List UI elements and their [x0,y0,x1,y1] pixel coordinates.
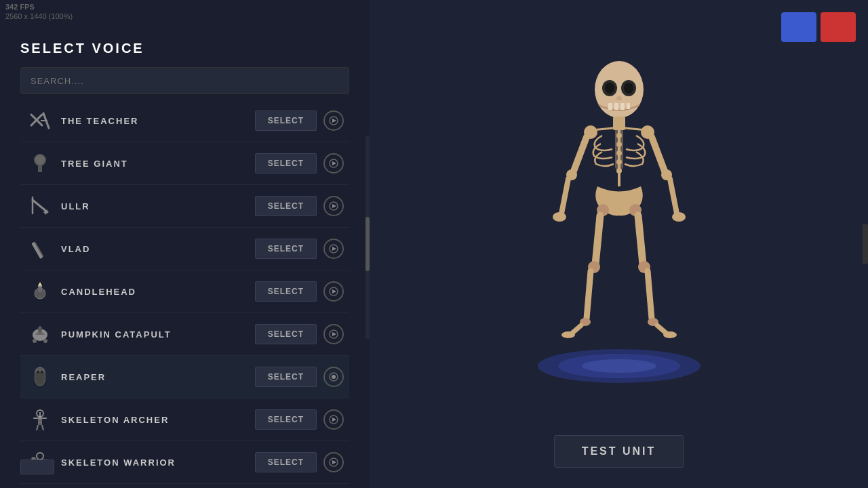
svg-marker-44 [332,418,336,422]
svg-rect-67 [620,103,625,110]
voice-item-swordcaster[interactable]: SWORDCASTER SELECT [20,484,349,486]
svg-line-42 [42,425,43,430]
panel-title: SELECT VOICE [20,41,349,56]
bottom-btn-area [20,458,54,474]
voice-item-skeleton-archer[interactable]: SKELETON ARCHER SELECT [20,399,349,441]
svg-point-28 [33,339,37,343]
voice-item-reaper[interactable]: REAPER SELECT [20,356,349,399]
voice-icon-ullr [26,192,54,220]
select-button-vlad[interactable]: SELECT [255,239,317,259]
svg-point-59 [595,61,644,118]
svg-marker-31 [332,332,336,336]
bottom-action-button[interactable] [20,460,54,474]
voice-name-candlehead: CANDLEHEAD [61,287,255,297]
svg-line-41 [37,425,38,430]
select-button-reaper[interactable]: SELECT [255,367,317,387]
color-swatches [781,12,856,42]
voice-icon-pumpkin-catapult [26,320,54,348]
svg-point-79 [553,212,566,222]
svg-line-11 [33,200,47,212]
svg-rect-66 [614,103,618,110]
svg-point-62 [605,83,614,94]
right-panel: TEST UNIT [370,0,868,488]
search-container[interactable] [20,67,349,94]
skeleton-character [524,54,714,393]
select-button-pumpkin-catapult[interactable]: SELECT [255,324,317,344]
voice-icon-tree-giant [26,149,54,178]
play-button-pumpkin-catapult[interactable] [323,324,344,344]
svg-marker-15 [332,204,336,208]
svg-point-36 [332,375,336,379]
voice-item-ullr[interactable]: ULLR SELECT [20,185,349,228]
svg-point-81 [672,212,686,222]
play-button-tree-giant[interactable] [323,153,344,174]
svg-rect-68 [627,103,630,109]
voice-name-tree-giant: TREE GIANT [61,159,255,169]
play-button-skeleton-archer[interactable] [323,409,344,430]
left-panel: SELECT VOICE THE TEACHER SELECT [0,0,370,488]
svg-marker-10 [332,161,336,165]
svg-marker-52 [332,460,336,464]
svg-point-34 [41,371,43,373]
select-button-skeleton-archer[interactable]: SELECT [255,409,317,430]
color-swatch-blue[interactable] [781,12,816,42]
color-swatch-red[interactable] [821,12,856,42]
voice-name-skeleton-warrior: SKELETON WARRIOR [61,458,255,468]
select-button-tree-giant[interactable]: SELECT [255,153,317,174]
select-button-ullr[interactable]: SELECT [255,196,317,216]
svg-marker-19 [332,247,336,251]
select-button-the-teacher[interactable]: SELECT [255,110,317,131]
play-button-skeleton-warrior[interactable] [323,452,344,472]
voice-item-skeleton-warrior[interactable]: SKELETON WARRIOR SELECT [20,441,349,484]
voice-icon-vlad [26,235,54,263]
voice-item-vlad[interactable]: VLAD SELECT [20,228,349,270]
voice-name-ullr: ULLR [61,201,255,211]
voice-icon-candlehead [26,277,54,306]
play-button-reaper[interactable] [323,367,344,387]
svg-point-63 [624,83,633,94]
svg-rect-75 [615,129,623,169]
svg-point-86 [561,331,575,338]
right-edge-scrollbar [863,224,868,264]
svg-point-89 [663,331,677,338]
svg-point-92 [582,359,656,373]
select-button-skeleton-warrior[interactable]: SELECT [255,452,317,472]
svg-point-8 [35,155,45,165]
voice-item-pumpkin-catapult[interactable]: PUMPKIN CATAPULT SELECT [20,313,349,356]
voice-icon-reaper [26,363,54,391]
play-button-the-teacher[interactable] [323,110,344,131]
voice-icon-the-teacher [26,106,54,135]
voice-name-pumpkin-catapult: PUMPKIN CATAPULT [61,329,255,340]
svg-marker-25 [332,289,336,293]
svg-rect-65 [608,103,612,110]
voice-item-the-teacher[interactable]: THE TEACHER SELECT [20,100,349,142]
svg-point-33 [37,371,39,373]
play-button-ullr[interactable] [323,196,344,216]
test-unit-button[interactable]: TEST UNIT [554,435,684,468]
play-button-candlehead[interactable] [323,281,344,302]
voice-name-the-teacher: THE TEACHER [61,116,255,126]
select-button-candlehead[interactable]: SELECT [255,281,317,302]
svg-rect-17 [31,242,42,259]
voice-item-tree-giant[interactable]: TREE GIANT SELECT [20,142,349,185]
svg-point-29 [43,339,47,343]
voice-icon-skeleton-archer [26,405,54,434]
svg-marker-5 [332,119,336,123]
svg-point-64 [616,96,622,100]
voice-name-skeleton-archer: SKELETON ARCHER [61,415,255,425]
fps-display: 342 FPS [5,3,35,11]
play-button-vlad[interactable] [323,239,344,259]
voice-name-vlad: VLAD [61,244,255,254]
character-display [484,54,755,420]
resolution-display: 2560 x 1440 (100%) [5,12,73,20]
svg-point-27 [38,326,42,333]
voice-item-candlehead[interactable]: CANDLEHEAD SELECT [20,270,349,313]
voice-name-reaper: REAPER [61,372,255,382]
voice-list[interactable]: THE TEACHER SELECT TREE GIANT SELECT [20,100,349,486]
svg-rect-7 [38,165,42,172]
search-input[interactable] [31,76,339,86]
